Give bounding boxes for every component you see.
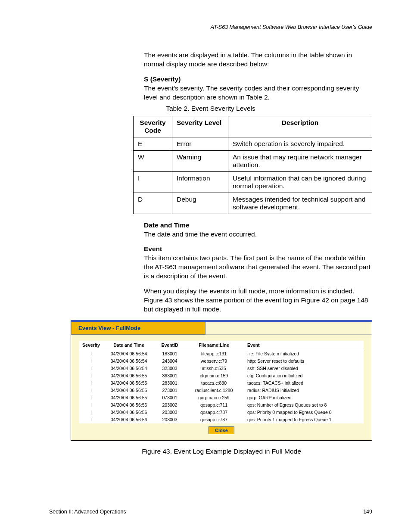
log-cell: 04/20/04 06:56:54 (103, 358, 155, 365)
log-header-row: Severity Date and Time EventID Filename:… (79, 341, 364, 350)
figure-tab-title: Events View - FullMode (71, 322, 206, 335)
table-row: WWarningAn issue that may require networ… (134, 150, 372, 171)
log-row: I04/20/04 06:56:55073001garpmain.c:259ga… (79, 394, 364, 401)
event-log-table: Severity Date and Time EventID Filename:… (79, 341, 364, 423)
footer-page: 149 (363, 509, 372, 515)
log-cell: radiusclient.c:1280 (185, 387, 243, 394)
datetime-heading: Date and Time (144, 221, 190, 229)
event-para2: When you display the events in full mode… (144, 287, 372, 314)
log-cell: qos: Priority 0 mapped to Egress Queue 0 (243, 409, 364, 416)
log-col-eventid: EventID (155, 341, 185, 350)
log-cell: qos: Number of Egress Queues set to 8 (243, 401, 364, 409)
log-cell: cfgmain.c:159 (185, 372, 243, 380)
log-cell: I (79, 365, 103, 372)
log-cell: 363001 (155, 372, 185, 380)
log-cell: 273001 (155, 387, 185, 394)
event-para1: This item contains two parts. The first … (144, 254, 371, 280)
datetime-text: The date and time the event occurred. (144, 230, 257, 238)
log-cell: 04/20/04 06:56:54 (103, 365, 155, 372)
log-cell: qosapp.c:787 (185, 416, 243, 423)
table-cell: Error (172, 137, 228, 150)
log-cell: fileapp.c:131 (185, 350, 243, 358)
log-cell: 073001 (155, 394, 185, 401)
log-cell: 323003 (155, 365, 185, 372)
severity-heading: S (Severity) (144, 75, 181, 83)
log-cell: qos: Priority 1 mapped to Egress Queue 1 (243, 416, 364, 423)
log-cell: I (79, 358, 103, 365)
table-row: IInformationUseful information that can … (134, 171, 372, 193)
log-row: I04/20/04 06:56:54323003atissh.c:535ssh:… (79, 365, 364, 372)
intro-paragraph: The events are displayed in a table. The… (144, 51, 372, 69)
log-cell: 04/20/04 06:56:55 (103, 387, 155, 394)
table-cell: Useful information that can be ignored d… (228, 171, 372, 193)
log-cell: I (79, 372, 103, 380)
log-row: I04/20/04 06:56:55273001radiusclient.c:1… (79, 387, 364, 394)
table-cell: W (134, 150, 172, 171)
log-cell: 04/20/04 06:56:56 (103, 416, 155, 423)
log-cell: webserv.c:79 (185, 358, 243, 365)
running-head: AT-S63 Management Software Web Browser I… (49, 24, 372, 30)
table-row: EErrorSwitch operation is severely impai… (134, 137, 372, 150)
severity-text: The event's severity. The severity codes… (144, 84, 359, 101)
log-cell: tacacs.c:830 (185, 380, 243, 387)
log-cell: qosapp.c:711 (185, 401, 243, 409)
log-cell: 203003 (155, 416, 185, 423)
table-cell: Warning (172, 150, 228, 171)
log-cell: I (79, 380, 103, 387)
log-cell: 183001 (155, 350, 185, 358)
datetime-block: Date and Time The date and time the even… (144, 221, 372, 239)
log-cell: I (79, 387, 103, 394)
log-row: I04/20/04 06:56:54243004webserv.c:79http… (79, 358, 364, 365)
log-cell: 283001 (155, 380, 185, 387)
event-heading: Event (144, 245, 162, 252)
table-cell: Debug (172, 193, 228, 214)
log-cell: qosapp.c:787 (185, 409, 243, 416)
table-cell: D (134, 193, 172, 214)
log-cell: http: Server reset to defaults (243, 358, 364, 365)
log-cell: I (79, 394, 103, 401)
log-row: I04/20/04 06:56:55363001cfgmain.c:159cfg… (79, 372, 364, 380)
table-cell: An issue that may require network manage… (228, 150, 372, 171)
log-cell: tacacs: TACACS+ initialized (243, 380, 364, 387)
log-cell: 04/20/04 06:56:55 (103, 394, 155, 401)
log-row: I04/20/04 06:56:56203003qosapp.c:787qos:… (79, 409, 364, 416)
figure-panel: Events View - FullMode Severity Date and… (71, 320, 372, 441)
table-cell: Messages intended for technical support … (228, 193, 372, 214)
log-col-event: Event (243, 341, 364, 350)
table-cell: Switch operation is severely impaired. (228, 137, 372, 150)
log-cell: 203002 (155, 401, 185, 409)
log-row: I04/20/04 06:56:55283001tacacs.c:830taca… (79, 380, 364, 387)
table-row: DDebugMessages intended for technical su… (134, 193, 372, 214)
log-cell: ssh: SSH server disabled (243, 365, 364, 372)
log-cell: 04/20/04 06:56:56 (103, 401, 155, 409)
log-row: I04/20/04 06:56:54183001fileapp.c:131fil… (79, 350, 364, 358)
log-cell: 04/20/04 06:56:55 (103, 372, 155, 380)
log-cell: 04/20/04 06:56:54 (103, 350, 155, 358)
log-cell: I (79, 401, 103, 409)
log-cell: file: File System initialized (243, 350, 364, 358)
table-caption: Table 2. Event Severity Levels (49, 105, 372, 112)
log-cell: 04/20/04 06:56:55 (103, 380, 155, 387)
log-row: I04/20/04 06:56:56203003qosapp.c:787qos:… (79, 416, 364, 423)
severity-table: Severity Code Severity Level Description… (133, 116, 372, 214)
severity-block: S (Severity) The event's severity. The s… (144, 75, 372, 102)
log-col-filename: Filename:Line (185, 341, 243, 350)
log-cell: 243004 (155, 358, 185, 365)
log-cell: atissh.c:535 (185, 365, 243, 372)
close-button[interactable]: Close (209, 426, 234, 434)
log-cell: garpmain.c:259 (185, 394, 243, 401)
table-cell: I (134, 171, 172, 193)
event-block: Event This item contains two parts. The … (144, 245, 372, 281)
log-cell: I (79, 409, 103, 416)
table-cell: E (134, 137, 172, 150)
log-cell: 04/20/04 06:56:56 (103, 409, 155, 416)
table-header-row: Severity Code Severity Level Description (134, 116, 372, 137)
col-code: Severity Code (134, 116, 172, 137)
log-cell: cfg: Configuration initialized (243, 372, 364, 380)
footer-section: Section II: Advanced Operations (49, 509, 126, 515)
figure-tab-spacer (206, 322, 372, 335)
figure-caption: Figure 43. Event Log Example Displayed i… (71, 448, 372, 455)
log-row: I04/20/04 06:56:56203002qosapp.c:711qos:… (79, 401, 364, 409)
log-col-severity: Severity (79, 341, 103, 350)
log-cell: I (79, 350, 103, 358)
